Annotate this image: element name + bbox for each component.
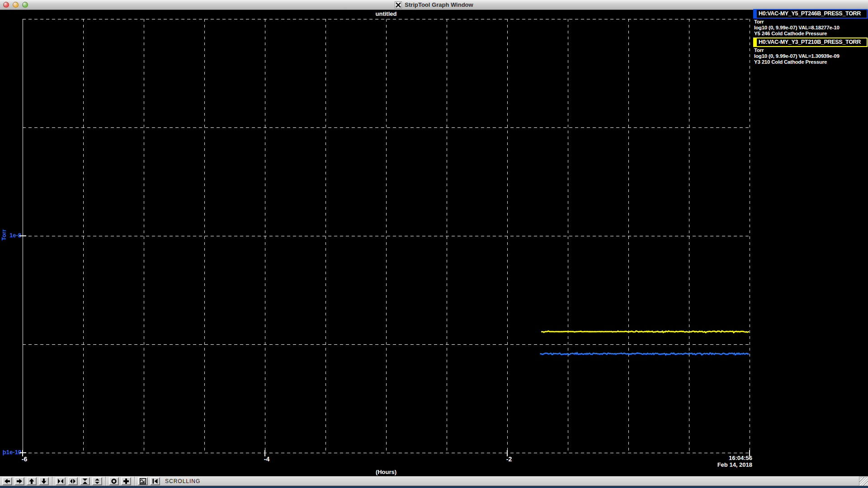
toolbar-separator (52, 477, 53, 486)
arrow-left-icon (4, 478, 10, 484)
arrow-right-icon (16, 478, 23, 484)
pan-down-button[interactable] (39, 477, 49, 485)
trace-blue (540, 353, 749, 355)
toolbar-separator (105, 477, 106, 486)
jump-to-latest-button[interactable] (150, 477, 160, 485)
plus-icon (123, 478, 129, 484)
zoom-in-y-button[interactable] (80, 477, 90, 485)
circle-icon (111, 478, 117, 484)
zoom-in-x-button[interactable] (56, 477, 66, 485)
compress-y-icon (82, 478, 88, 484)
striptool-window: StripTool Graph Window untitled Torr 1e-… (0, 0, 868, 488)
compress-x-icon (57, 478, 64, 484)
legend-description: Y3 210 Cold Cathode Pressure (754, 59, 868, 65)
legend-entry: H0:VAC-MY_Y3_PT210B_PRESS_TORRTorrlog10 … (753, 38, 868, 65)
legend-range-value: log10 (0, 9.99e-07) VAL=1.30939e-09 (754, 53, 868, 59)
legend-unit: Torr (754, 19, 868, 24)
legend-unit: Torr (754, 47, 868, 53)
legend-channel-name[interactable]: H0:VAC-MY_Y3_PT210B_PRESS_TORR (753, 38, 868, 47)
toolbar: SCROLLING (0, 476, 868, 486)
pan-up-button[interactable] (27, 477, 37, 485)
to-start-icon (152, 478, 158, 484)
trace-yellow (541, 331, 749, 333)
pan-right-button[interactable] (14, 477, 24, 485)
status-label: SCROLLING (165, 478, 200, 484)
waveform-icon (140, 478, 146, 484)
legend-channel-name[interactable]: H0:VAC-MY_Y5_PT246B_PRESS_TORR (753, 9, 868, 19)
legend-description: Y5 246 Cold Cathode Pressure (754, 31, 868, 36)
toolbar-separator (134, 477, 135, 486)
legend-range-value: log10 (0, 9.99e-07) VAL=8.18277e-10 (754, 25, 868, 30)
desktop-edge (0, 486, 868, 488)
expand-x-icon (70, 478, 76, 484)
resize-grip-icon[interactable] (859, 477, 868, 486)
expand-y-icon (94, 478, 100, 484)
zoom-reset-button[interactable] (121, 477, 131, 485)
legend-entry: H0:VAC-MY_Y5_PT246B_PRESS_TORRTorrlog10 … (753, 9, 868, 36)
legend: H0:VAC-MY_Y5_PT246B_PRESS_TORRTorrlog10 … (753, 9, 868, 66)
pan-left-button[interactable] (2, 477, 12, 485)
arrow-down-icon (41, 478, 47, 484)
trace-canvas (0, 0, 868, 488)
auto-scale-button[interactable] (109, 477, 119, 485)
zoom-out-y-button[interactable] (92, 477, 102, 485)
arrow-up-icon (28, 478, 35, 484)
graph-properties-button[interactable] (138, 477, 148, 485)
zoom-out-x-button[interactable] (68, 477, 78, 485)
